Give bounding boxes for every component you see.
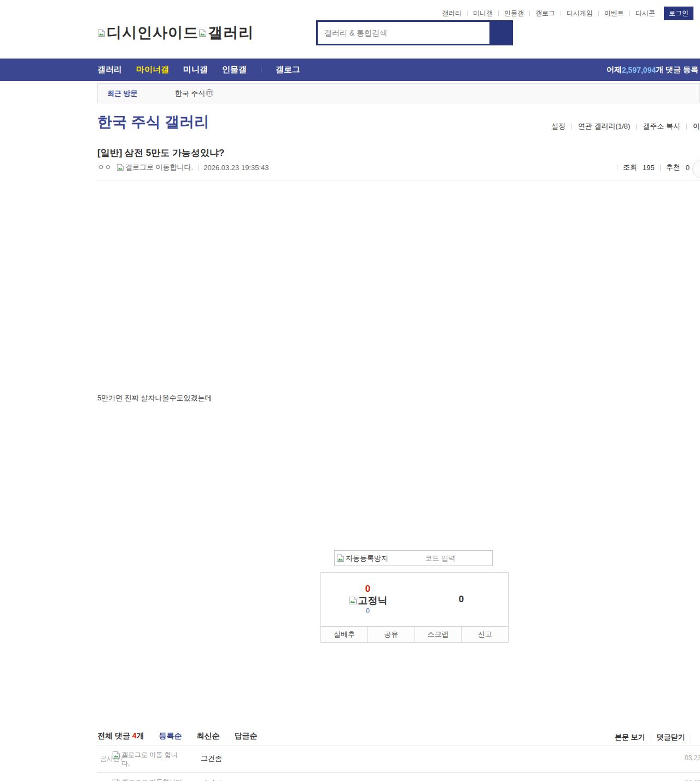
comment-row: 갤로그로 이동합니다 세번이 03.23 <box>97 777 700 781</box>
silbechu-button[interactable]: 실베추 <box>320 626 368 643</box>
nav-item-gallog[interactable]: 갤로그 <box>276 65 300 75</box>
divider <box>198 165 199 171</box>
site-logo[interactable]: 디시인사이드 갤러리 <box>97 23 254 43</box>
guide-link[interactable]: 이용 <box>693 121 700 131</box>
broken-image-icon <box>116 164 124 171</box>
nav-item-minigall[interactable]: 미니갤 <box>183 65 208 75</box>
divider <box>660 165 661 171</box>
page: 갤러리 미니갤 인물갤 갤로그 디시게임 이벤트 디시콘 로그인 디시인사이드 … <box>0 0 700 781</box>
recent-gallery-link[interactable]: 한국 주식 ⓜ <box>175 89 214 98</box>
broken-image-icon <box>97 29 106 37</box>
share-button[interactable]: 공유 <box>368 626 415 643</box>
broken-image-icon <box>112 751 120 759</box>
search-button[interactable] <box>489 22 511 44</box>
comment-text: 그건좀 <box>201 754 222 763</box>
toplink-dcgame[interactable]: 디시게임 <box>567 9 593 18</box>
fixed-nick-row: 고정닉 <box>348 595 388 607</box>
toplink-event[interactable]: 이벤트 <box>604 9 624 18</box>
broken-image-icon <box>199 29 207 37</box>
search-box <box>316 20 513 45</box>
captcha-box: 자동등록방지 <box>334 550 493 566</box>
recent-visit-bar: 최근 방문 한국 주식 ⓜ <box>97 83 700 103</box>
divider <box>617 165 617 171</box>
comment-date: 03.23 <box>685 754 700 762</box>
login-button[interactable]: 로그인 <box>664 7 693 20</box>
nav-item-persongall[interactable]: 인물갤 <box>222 65 247 75</box>
toplink-dccon[interactable]: 디시콘 <box>635 9 655 18</box>
rec-label: 추천 <box>666 162 680 172</box>
comments-total-label: 전체 댓글 <box>97 731 132 740</box>
post-meta-right: 조회 195 추천 0 <box>617 162 696 172</box>
divider <box>261 67 261 73</box>
nav-item-minorgall[interactable]: 마이너갤 <box>136 65 169 75</box>
gallery-title[interactable]: 한국 주식 갤러리 <box>97 112 209 132</box>
comments-count: 4 <box>132 731 137 740</box>
toplink-gallery[interactable]: 갤러리 <box>442 9 462 18</box>
upvote-count[interactable]: 0 <box>365 584 370 595</box>
downvote-area: 0 <box>415 573 508 626</box>
views-label: 조회 <box>623 162 637 172</box>
gallog-link[interactable]: 갤로그로 이동합니다. <box>116 162 193 172</box>
divider <box>97 180 700 181</box>
logo-text-dcinside: 디시인사이드 <box>107 23 199 43</box>
gallog-alt-text: 갤로그로 이동합니다 <box>121 778 182 781</box>
toplink-minigall[interactable]: 미니갤 <box>473 9 493 18</box>
upvote-area: 0 고정닉 0 <box>321 573 415 626</box>
recent-visit-label[interactable]: 최근 방문 <box>107 89 138 98</box>
captcha-code-input[interactable] <box>388 554 492 562</box>
broken-image-icon <box>112 778 120 781</box>
post-action-buttons: 실베추 공유 스크랩 신고 <box>320 626 509 643</box>
minor-gallery-badge-icon: ⓜ <box>206 89 213 98</box>
nav-item-gallery[interactable]: 갤러리 <box>97 65 122 75</box>
recent-gallery-name: 한국 주식 <box>175 89 206 98</box>
gallog-alt-text: 갤로그로 이동 합니다. <box>121 750 184 768</box>
divider <box>651 735 651 741</box>
gallog-link[interactable]: 갤로그로 이동 합니다. <box>112 750 184 768</box>
post-body-text: 5만가면 진짜 살자나올수도있겠는데 <box>97 393 212 403</box>
close-comments-link[interactable]: 댓글닫기 <box>657 732 685 742</box>
comments-header: 전체 댓글 4개 등록순 최신순 답글순 <box>97 731 258 741</box>
divider <box>97 745 700 745</box>
broken-image-icon <box>336 554 345 562</box>
scrap-button[interactable]: 스크랩 <box>415 626 462 643</box>
sort-newest[interactable]: 최신순 <box>197 731 220 741</box>
divider <box>498 10 499 16</box>
divider <box>571 124 572 130</box>
search-input[interactable] <box>318 22 489 44</box>
divider <box>686 124 687 130</box>
downvote-count[interactable]: 0 <box>459 594 464 605</box>
post-title: [일반] 삼전 5만도 가능성있냐? <box>97 147 224 159</box>
post-author[interactable]: ㅇㅇ <box>97 162 112 172</box>
gallery-settings-link[interactable]: 설정 <box>551 121 565 131</box>
toplink-gallog[interactable]: 갤로그 <box>535 9 555 18</box>
main-nav: 갤러리 마이너갤 미니갤 인물갤 갤로그 어제 2,597,094 개 댓글 등… <box>0 59 700 81</box>
captcha-image: 자동등록방지 <box>335 553 388 563</box>
comment-stats: 어제 2,597,094 개 댓글 등록 <box>606 59 698 81</box>
divider <box>561 10 561 16</box>
logo-text-gallery: 갤러리 <box>208 23 254 43</box>
divider <box>636 124 637 130</box>
sort-reply[interactable]: 답글순 <box>235 731 258 741</box>
divider <box>97 772 700 773</box>
views-count: 195 <box>643 164 655 172</box>
comments-count-suffix: 개 <box>137 731 144 740</box>
post-date: 2026.03.23 19:35:43 <box>203 164 269 172</box>
gallog-link[interactable]: 갤로그로 이동합니다 <box>112 778 200 781</box>
divider <box>691 735 691 741</box>
vote-box: 0 고정닉 0 0 <box>320 572 509 627</box>
comments-header-right: 본문 보기 댓글닫기 <box>615 732 691 742</box>
broken-image-icon <box>348 596 357 605</box>
stats-prefix: 어제 <box>606 65 622 75</box>
related-gallery-link[interactable]: 연관 갤러리(1/8) <box>578 121 630 131</box>
gallery-links: 설정 연관 갤러리(1/8) 갤주소 복사 이용 <box>551 121 700 131</box>
sort-registered[interactable]: 등록순 <box>159 731 182 741</box>
toplink-persongall[interactable]: 인물갤 <box>504 9 524 18</box>
rec-count: 0 <box>686 164 690 172</box>
stats-count: 2,597,094 <box>622 66 656 74</box>
copy-url-link[interactable]: 갤주소 복사 <box>643 121 680 131</box>
divider <box>598 10 599 16</box>
comments-total: 전체 댓글 4개 <box>97 731 144 741</box>
view-post-link[interactable]: 본문 보기 <box>615 732 645 742</box>
top-utility-bar: 갤러리 미니갤 인물갤 갤로그 디시게임 이벤트 디시콘 로그인 <box>442 7 693 20</box>
report-button[interactable]: 신고 <box>462 626 509 643</box>
